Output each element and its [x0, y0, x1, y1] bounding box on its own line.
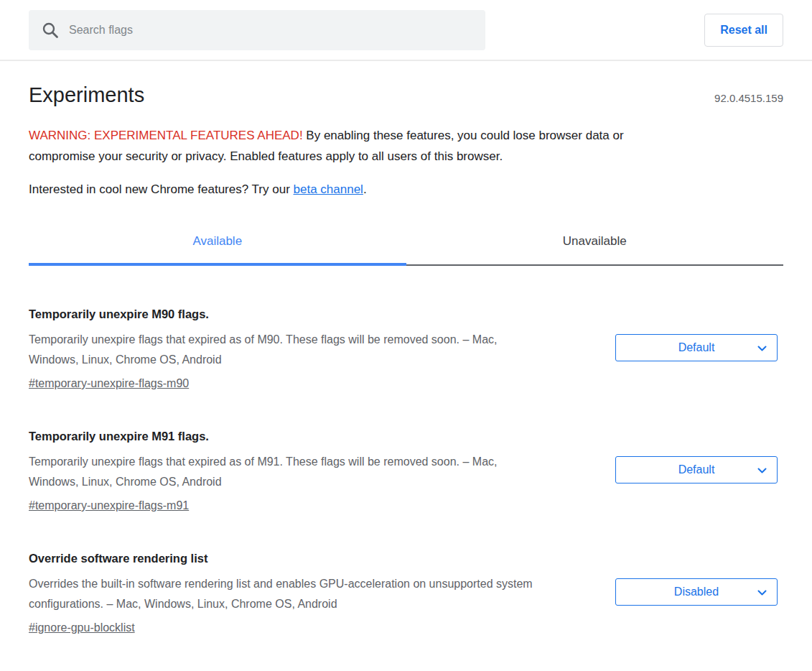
experimental-warning: WARNING: EXPERIMENTAL FEATURES AHEAD! By…	[29, 125, 675, 167]
experiment-select-value: Disabled	[674, 586, 719, 598]
chevron-down-icon	[757, 590, 767, 596]
experiment-title: Override software rendering list	[29, 552, 549, 565]
experiment-select-wrap: Default	[615, 456, 778, 512]
experiment-select-value: Default	[678, 463, 715, 476]
search-box[interactable]	[29, 10, 485, 50]
chevron-down-icon	[757, 346, 767, 352]
flags-main: Experiments 92.0.4515.159 WARNING: EXPER…	[0, 61, 812, 671]
experiment-select-wrap: Disabled	[615, 578, 778, 634]
chevron-down-icon	[757, 468, 767, 474]
reset-all-button[interactable]: Reset all	[704, 14, 783, 47]
experiment-title: Temporarily unexpire M91 flags.	[29, 430, 549, 443]
search-input[interactable]	[69, 24, 473, 37]
warning-emphasis: WARNING: EXPERIMENTAL FEATURES AHEAD!	[29, 129, 303, 142]
search-icon	[41, 21, 60, 40]
tab-strip: Available Unavailable	[29, 227, 783, 266]
flags-header: Reset all	[0, 0, 812, 61]
experiment-permalink[interactable]: #ignore-gpu-blocklist	[29, 621, 135, 634]
page-title: Experiments	[29, 83, 144, 107]
experiment-description: Temporarily unexpire flags that expired …	[29, 452, 549, 492]
experiment-row: Temporarily unexpire M91 flags. Temporar…	[29, 430, 783, 512]
tab-available[interactable]: Available	[29, 227, 406, 266]
experiment-text: Temporarily unexpire M91 flags. Temporar…	[29, 430, 549, 512]
experiment-description: Temporarily unexpire flags that expired …	[29, 330, 549, 370]
promo-prefix: Interested in cool new Chrome features? …	[29, 182, 294, 196]
experiment-title: Temporarily unexpire M90 flags.	[29, 307, 549, 321]
experiment-text: Override software rendering list Overrid…	[29, 552, 549, 634]
experiment-text: Temporarily unexpire M90 flags. Temporar…	[29, 307, 549, 390]
experiment-row: Override software rendering list Overrid…	[29, 552, 783, 634]
experiment-select[interactable]: Default	[615, 334, 778, 361]
experiments-list: Temporarily unexpire M90 flags. Temporar…	[29, 307, 783, 634]
browser-version: 92.0.4515.159	[714, 92, 783, 104]
experiment-select-value: Default	[678, 341, 715, 354]
experiment-permalink[interactable]: #temporary-unexpire-flags-m91	[29, 499, 189, 512]
experiment-description: Overrides the built-in software renderin…	[29, 574, 549, 614]
experiment-select[interactable]: Default	[615, 456, 778, 483]
promo-suffix: .	[363, 182, 367, 196]
page-head: Experiments 92.0.4515.159	[29, 61, 783, 107]
experiment-row: Temporarily unexpire M90 flags. Temporar…	[29, 307, 783, 390]
experiment-select-wrap: Default	[615, 334, 778, 390]
experiment-permalink[interactable]: #temporary-unexpire-flags-m90	[29, 377, 189, 390]
tab-unavailable[interactable]: Unavailable	[406, 227, 784, 266]
beta-channel-link[interactable]: beta channel	[294, 182, 363, 196]
experiment-select[interactable]: Disabled	[615, 578, 778, 606]
beta-channel-promo: Interested in cool new Chrome features? …	[29, 182, 783, 197]
